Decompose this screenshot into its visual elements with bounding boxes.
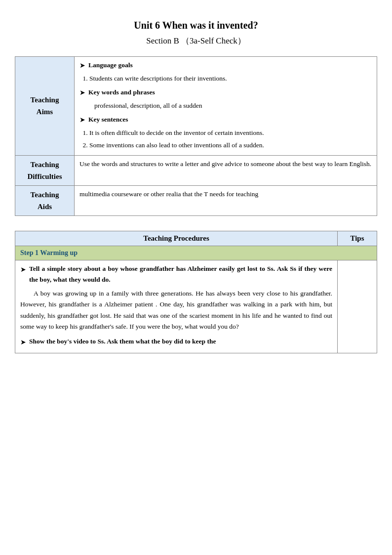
step1-content-row: ➤ Tell a simple story about a boy whose … [15, 260, 377, 353]
arrow-icon-2: ➤ [79, 87, 85, 98]
key-words-label: Key words and phrases [88, 87, 155, 98]
teaching-aims-content: ➤ Language goals Students can write desc… [75, 57, 377, 156]
tips-content [338, 260, 377, 353]
procedures-header: Teaching Procedures [15, 231, 338, 246]
step1-story: A boy was growing up in a family with th… [20, 288, 332, 332]
teaching-aids-label: TeachingAids [15, 185, 75, 215]
step1-bullet2: Show the boy's video to Ss. Ask them wha… [29, 336, 216, 347]
step1-bullet1: Tell a simple story about a boy whose gr… [29, 263, 332, 286]
list-item-2: Some inventions can also lead to other i… [89, 140, 372, 151]
language-goals-label: Language goals [88, 60, 133, 71]
list-item-1: It is often difficult to decide on the i… [89, 128, 372, 138]
arrow-icon-1: ➤ [79, 60, 85, 71]
info-table: TeachingAims ➤ Language goals Students c… [15, 56, 377, 216]
key-sentences-label: Key sentences [88, 114, 128, 125]
teaching-aims-label: TeachingAims [15, 57, 75, 156]
step1-label: Step 1 Warming up [15, 246, 377, 260]
page-title: Unit 6 When was it invented? [15, 20, 377, 31]
procedures-header-row: Teaching Procedures Tips [15, 231, 377, 246]
arrow-icon-3: ➤ [79, 115, 85, 126]
arrow-icon-step1: ➤ [20, 264, 26, 275]
language-goals-list: Students can write descriptions for thei… [79, 73, 372, 84]
key-words-content: professional, description, all of a sudd… [79, 100, 372, 111]
procedures-table: Teaching Procedures Tips Step 1 Warming … [15, 231, 377, 354]
teaching-difficulties-content: Use the words and structures to write a … [75, 155, 377, 185]
key-sentences-list: It is often difficult to decide on the i… [79, 128, 372, 150]
teaching-difficulties-label: TeachingDifficulties [15, 155, 75, 185]
table-row-teaching-aims: TeachingAims ➤ Language goals Students c… [15, 57, 377, 156]
table-row-teaching-aids: TeachingAids multimedia courseware or ot… [15, 185, 377, 215]
step1-content: ➤ Tell a simple story about a boy whose … [15, 260, 338, 353]
page-subtitle: Section B （3a-Self Check） [15, 35, 377, 46]
table-row-teaching-difficulties: TeachingDifficulties Use the words and s… [15, 155, 377, 185]
teaching-aids-content: multimedia courseware or other realia th… [75, 185, 377, 215]
arrow-icon-step1-2: ➤ [20, 337, 26, 348]
step1-row: Step 1 Warming up [15, 246, 377, 260]
list-item: Students can write descriptions for thei… [89, 73, 372, 84]
tips-header: Tips [338, 231, 377, 246]
